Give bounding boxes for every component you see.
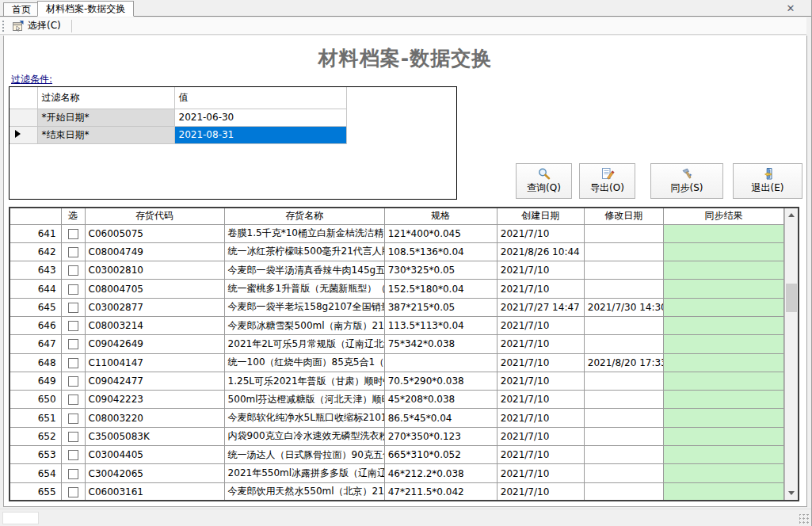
row-number[interactable]: 650 [10, 391, 61, 409]
inventory-code-cell[interactable]: C08003220 [85, 409, 224, 427]
table-row[interactable]: 645C03002877今麦郎一袋半老坛158g2107全国销量领先版387*2… [10, 298, 784, 316]
row-checkbox[interactable] [68, 358, 78, 368]
row-checkbox[interactable] [68, 303, 78, 313]
table-row[interactable]: 641C06005075卷膜1.5千克*10桶立白新金桔洗洁精（英文版）121*… [10, 224, 784, 242]
table-row[interactable]: 649C090424771.25L可乐2021年普版（甘肃）顺时针70.5*29… [10, 372, 784, 390]
scroll-up-button[interactable] [785, 208, 798, 222]
modified-date-cell[interactable] [584, 482, 663, 501]
spec-cell[interactable]: 108.5*136*0.04 [384, 242, 497, 261]
tab-material-exchange[interactable]: 材料档案-数据交换 [37, 1, 134, 17]
created-date-cell[interactable]: 2021/7/10 [497, 224, 584, 242]
spec-cell[interactable]: 46*212.2*0.038 [384, 464, 497, 482]
query-button[interactable]: 查询(Q) [516, 163, 572, 199]
inventory-name-cell[interactable]: 2021年550ml冰露拼多多版（辽南辽北辽中）顺时针 [224, 464, 384, 482]
created-date-cell[interactable]: 2021/7/10 [497, 427, 584, 445]
inventory-code-cell[interactable]: C06005075 [85, 224, 224, 242]
row-number[interactable]: 655 [10, 482, 61, 501]
sync-result-cell[interactable] [663, 372, 783, 390]
inventory-code-cell[interactable]: C08003214 [85, 316, 224, 334]
inventory-code-cell[interactable]: C11004147 [85, 353, 224, 372]
row-checkbox[interactable] [68, 229, 78, 239]
inventory-name-cell[interactable]: 内袋900克立白冷水速效无磷型洗衣粉（VI升级）... [224, 427, 384, 445]
filter-name-header[interactable]: 过滤名称 [37, 87, 174, 109]
modified-date-cell[interactable] [584, 335, 663, 353]
column-header[interactable]: 同步结果 [663, 208, 783, 224]
row-number[interactable]: 652 [10, 427, 61, 445]
row-checkbox-cell[interactable] [61, 298, 85, 316]
created-date-cell[interactable]: 2021/7/10 [497, 372, 584, 390]
table-row[interactable]: 643C03002810今麦郎一袋半汤清真香辣牛肉145g五连包膜2101版73… [10, 261, 784, 280]
filter-value-cell[interactable]: 2021-06-30 [174, 109, 346, 126]
inventory-code-cell[interactable]: C08004705 [85, 280, 224, 298]
row-checkbox[interactable] [68, 321, 78, 331]
modified-date-cell[interactable] [584, 280, 663, 298]
vertical-scrollbar[interactable] [784, 208, 798, 500]
modified-date-cell[interactable]: 2021/7/30 14:30 [584, 298, 663, 316]
created-date-cell[interactable]: 2021/7/10 [497, 335, 584, 353]
column-header[interactable]: 修改日期 [584, 208, 663, 224]
table-row[interactable]: 652C35005083K内袋900克立白冷水速效无磷型洗衣粉（VI升级）...… [10, 427, 784, 445]
rownum-column-header[interactable] [10, 208, 61, 224]
spec-cell[interactable]: 121*400*0.045 [384, 224, 497, 242]
sync-result-cell[interactable] [663, 280, 783, 298]
inventory-name-cell[interactable]: 1.25L可乐2021年普版（甘肃）顺时针 [224, 372, 384, 390]
sync-result-cell[interactable] [663, 335, 783, 353]
created-date-cell[interactable]: 2021/7/27 14:47 [497, 298, 584, 316]
modified-date-cell[interactable] [584, 409, 663, 427]
inventory-code-cell[interactable]: C09042477 [85, 372, 224, 390]
inventory-name-cell[interactable]: 500ml芬达橙减糖版（河北天津）顺时针 [224, 391, 384, 409]
spec-cell[interactable]: 75*342*0.038 [384, 335, 497, 353]
modified-date-cell[interactable]: 2021/8/20 17:33 [584, 353, 663, 372]
spec-cell[interactable]: 113.5*113*0.04 [384, 316, 497, 334]
sync-result-cell[interactable] [663, 482, 783, 501]
inventory-name-cell[interactable]: 今麦郎一袋半老坛158g2107全国销量领先版 [224, 298, 384, 316]
table-row[interactable]: 644C08004705统一蜜桃多1升普版（无菌新瓶型）（河长陕2309...1… [10, 280, 784, 298]
row-checkbox[interactable] [68, 487, 78, 497]
table-row[interactable]: 650C09042223500ml芬达橙减糖版（河北天津）顺时针45*208*0… [10, 391, 784, 409]
spec-cell[interactable]: 665*310*0.052 [384, 446, 497, 464]
filter-value-cell-selected[interactable]: 2021-08-31 [174, 126, 346, 143]
row-checkbox-cell[interactable] [61, 482, 85, 501]
inventory-name-cell[interactable]: 今麦郎一袋半汤清真香辣牛肉145g五连包膜2101版 [224, 261, 384, 280]
inventory-code-cell[interactable]: C09042649 [85, 335, 224, 353]
row-number[interactable]: 642 [10, 242, 61, 261]
spec-cell[interactable]: 70.5*290*0.038 [384, 372, 497, 390]
row-number[interactable]: 647 [10, 335, 61, 353]
sync-result-cell[interactable] [663, 427, 783, 445]
inventory-code-cell[interactable]: C03002877 [85, 298, 224, 316]
sync-result-cell[interactable] [663, 316, 783, 334]
sync-result-cell[interactable] [663, 242, 783, 261]
sync-result-cell[interactable] [663, 224, 783, 242]
row-number[interactable]: 641 [10, 224, 61, 242]
select-button[interactable]: 选择(C) [8, 18, 65, 34]
row-checkbox[interactable] [68, 469, 78, 479]
inventory-code-cell[interactable]: C09042223 [85, 391, 224, 409]
inventory-code-cell[interactable]: C03002810 [85, 261, 224, 280]
spec-cell[interactable]: 387*215*0.05 [384, 298, 497, 316]
inventory-code-cell[interactable]: C06003161 [85, 482, 224, 501]
created-date-cell[interactable]: 2021/7/10 [497, 353, 584, 372]
spec-cell[interactable]: 47*211.5*0.042 [384, 482, 497, 501]
modified-date-cell[interactable] [584, 464, 663, 482]
row-checkbox[interactable] [68, 432, 78, 442]
table-row[interactable]: 655C06003161今麦郎饮用天然水550ml（北京）2101版左进右出47… [10, 482, 784, 501]
close-icon[interactable]: ✕ [784, 2, 797, 15]
sync-result-cell[interactable] [663, 353, 783, 372]
created-date-cell[interactable]: 2021/7/10 [497, 446, 584, 464]
row-checkbox-cell[interactable] [61, 261, 85, 280]
inventory-name-cell[interactable]: 今麦郎饮用天然水550ml（北京）2101版左进右出 [224, 482, 384, 501]
filter-name-cell[interactable]: *开始日期* [37, 109, 174, 126]
column-header[interactable]: 存货代码 [85, 208, 224, 224]
modified-date-cell[interactable] [584, 224, 663, 242]
inventory-name-cell[interactable]: 统一汤达人（日式豚骨拉面）90克五合一（武成... [224, 446, 384, 464]
created-date-cell[interactable]: 2021/7/10 [497, 464, 584, 482]
inventory-name-cell[interactable]: 统一冰红茶柠檬味500毫升21代言人版6款（无菌... [224, 242, 384, 261]
row-checkbox[interactable] [68, 339, 78, 349]
table-row[interactable]: 646C08003214今麦郎冰糖雪梨500ml（南方版）2101版113.5*… [10, 316, 784, 334]
scrollbar-thumb[interactable] [786, 284, 797, 312]
scroll-down-button[interactable] [785, 486, 798, 500]
filter-name-cell[interactable]: *结束日期* [37, 126, 174, 143]
spec-cell[interactable]: 730*325*0.05 [384, 261, 497, 280]
table-row[interactable]: 654C300420652021年550ml冰露拼多多版（辽南辽北辽中）顺时针4… [10, 464, 784, 482]
modified-date-cell[interactable] [584, 372, 663, 390]
